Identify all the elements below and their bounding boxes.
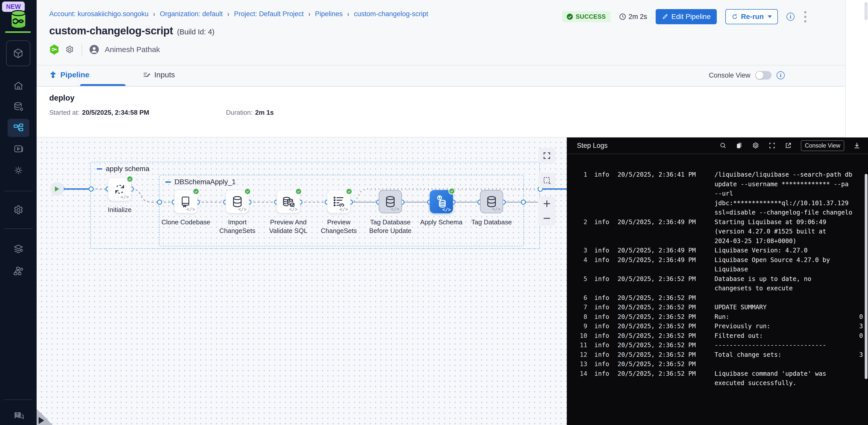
breadcrumb-item[interactable]: Project: Default Project	[234, 10, 304, 18]
edit-pipeline-button[interactable]: Edit Pipeline	[656, 9, 717, 24]
log-message: Liquibase Open Source 4.27.0 byLiquibase	[714, 255, 863, 274]
step-logs-body[interactable]: 1info20/5/2025, 2:36:41 PM/liquibase/liq…	[567, 154, 868, 425]
info-icon[interactable]: i	[786, 12, 795, 21]
harness-dbops-logo-icon[interactable]	[10, 10, 27, 29]
sidebar-item-home[interactable]	[0, 80, 37, 91]
node-label: Tag Database Before Update	[364, 218, 417, 235]
pipeline-node-import-changesets[interactable]: </>	[226, 190, 249, 213]
pipeline-node-preview-and-validate-sql[interactable]: </>	[277, 190, 300, 213]
help-chat-icon: ?	[12, 410, 24, 422]
log-scrollbar[interactable]	[865, 174, 868, 379]
log-line-number: 9	[567, 321, 587, 331]
active-tab-indicator	[80, 84, 125, 86]
zoom-out-icon[interactable]	[542, 214, 551, 223]
log-message: Liquibase Version: 4.27.0	[714, 246, 863, 255]
download-icon[interactable]	[854, 142, 861, 149]
log-settings-gear-icon[interactable]	[752, 142, 760, 149]
log-line-number: 13	[567, 359, 587, 369]
marquee-select-icon	[542, 176, 551, 185]
page-scrollbar[interactable]	[845, 0, 868, 138]
log-level: info	[594, 170, 612, 179]
build-id: (Build Id: 4)	[177, 28, 214, 36]
search-icon[interactable]	[719, 142, 726, 149]
sidebar-item-database[interactable]	[0, 101, 37, 112]
collapse-icon[interactable]	[97, 168, 102, 170]
duration-value: 2m 1s	[255, 109, 274, 116]
log-level: info	[594, 321, 612, 331]
log-timestamp: 20/5/2025, 2:36:49 PM	[618, 255, 696, 265]
database-gear-icon	[13, 101, 24, 112]
expand-fullscreen-icon[interactable]	[769, 142, 776, 149]
tab-inputs[interactable]: Inputs	[143, 70, 175, 79]
log-level: info	[594, 331, 612, 341]
clock-icon	[619, 13, 626, 20]
module-selector-button[interactable]	[6, 40, 30, 66]
log-line-number: 11	[567, 340, 587, 350]
log-level: info	[594, 246, 612, 255]
execution-duration: 2m 2s	[619, 13, 647, 21]
pipeline-node-preview-changesets[interactable]: </>	[327, 190, 350, 213]
log-message: Starting Liquibase at 09:06:49(version 4…	[714, 217, 863, 246]
trigger-author: Animesh Pathak	[105, 45, 160, 54]
log-timestamp: 20/5/2025, 2:36:52 PM	[618, 350, 696, 360]
svg-text:?: ?	[16, 412, 19, 417]
script-tag: </>	[492, 206, 501, 212]
group-label-dbschemaapply[interactable]: DBSchemaApply_1	[165, 178, 236, 186]
breadcrumb-item[interactable]: Organization: default	[160, 10, 223, 18]
breadcrumb-separator: ›	[347, 9, 349, 18]
sidebar-item-help[interactable]: ?	[0, 410, 37, 422]
sidebar-item-pipelines[interactable]	[0, 122, 37, 134]
log-timestamp: 20/5/2025, 2:36:52 PM	[618, 340, 696, 350]
log-line-number: 5	[567, 274, 587, 284]
log-entry: 14info20/5/2025, 2:36:52 PMLiquibase com…	[567, 369, 868, 388]
sidebar-divider	[4, 191, 33, 191]
group-label-apply-schema[interactable]: apply schema	[97, 165, 150, 173]
console-view-info-icon[interactable]: i	[777, 71, 785, 79]
copy-icon[interactable]	[736, 142, 743, 149]
rerun-button[interactable]: Re-run	[725, 9, 778, 24]
breadcrumb-item[interactable]: Account: kurosakiichigo.songoku	[49, 10, 149, 18]
pipeline-node-apply-schema[interactable]: </>	[430, 190, 453, 213]
log-entry: 4info20/5/2025, 2:36:49 PMLiquibase Open…	[567, 255, 868, 274]
zoom-in-icon[interactable]	[542, 199, 551, 208]
log-entry: 1info20/5/2025, 2:36:41 PM/liquibase/liq…	[567, 170, 868, 217]
more-options-menu[interactable]	[803, 10, 807, 24]
log-entry: 3info20/5/2025, 2:36:49 PMLiquibase Vers…	[567, 246, 868, 255]
cube-icon	[12, 48, 24, 59]
log-console-view-button[interactable]: Console View	[801, 140, 844, 151]
step-logs-title: Step Logs	[577, 142, 608, 149]
pipeline-start-node[interactable]	[50, 182, 64, 196]
open-external-icon[interactable]	[785, 142, 792, 149]
avatar	[89, 45, 99, 55]
pipeline-node-clone-codebase[interactable]: </>	[174, 190, 197, 213]
canvas-corner-handle[interactable]	[37, 409, 53, 425]
inputs-tab-icon	[143, 71, 151, 79]
pipeline-node-tag-database-before-update[interactable]: </>	[379, 190, 402, 213]
log-message: ------------------------------	[714, 340, 863, 350]
sidebar-item-settings[interactable]	[0, 204, 37, 216]
sidebar-item-executions[interactable]	[0, 143, 37, 154]
sidebar-item-layers[interactable]	[0, 243, 37, 255]
tab-pipeline[interactable]: Pipeline	[49, 70, 89, 79]
pipeline-canvas[interactable]: apply schema DBSchemaApply_1	[37, 138, 567, 425]
collapse-icon[interactable]	[165, 181, 171, 183]
sidebar-item-stage-settings[interactable]	[0, 165, 37, 176]
script-tag: </>	[391, 206, 399, 212]
started-label: Started at:	[49, 109, 80, 116]
console-view-toggle[interactable]	[755, 71, 772, 80]
pipeline-node-tag-database[interactable]: </>	[480, 190, 503, 213]
page-header: Account: kurosakiichigo.songoku›Organiza…	[37, 0, 845, 65]
canvas-select-button[interactable]	[538, 173, 555, 188]
pipeline-node-initialize[interactable]: </>	[108, 178, 131, 201]
breadcrumb-item[interactable]: Pipelines	[315, 10, 343, 18]
log-line-number: 1	[567, 170, 587, 179]
sidebar-item-hierarchy[interactable]	[0, 265, 37, 277]
log-entry: 10info20/5/2025, 2:36:52 PMFiltered out:…	[567, 331, 868, 341]
log-level: info	[594, 359, 612, 369]
canvas-fit-button[interactable]	[538, 148, 555, 164]
log-line-number: 2	[567, 217, 587, 227]
pipeline-settings-gear-icon[interactable]	[65, 45, 74, 54]
pencil-icon	[662, 13, 668, 20]
breadcrumb-item[interactable]: custom-changelog-script	[354, 10, 428, 18]
log-level: info	[594, 312, 612, 322]
